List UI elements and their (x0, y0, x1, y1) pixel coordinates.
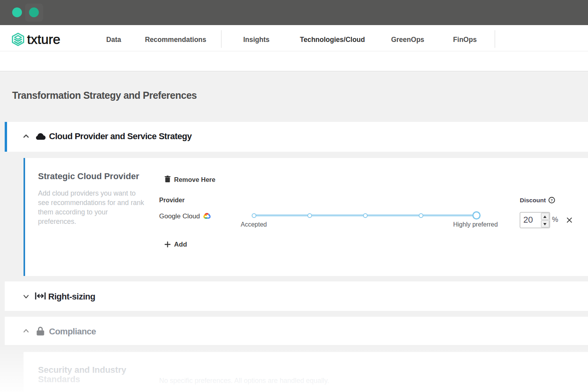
svg-text:?: ? (551, 198, 553, 202)
